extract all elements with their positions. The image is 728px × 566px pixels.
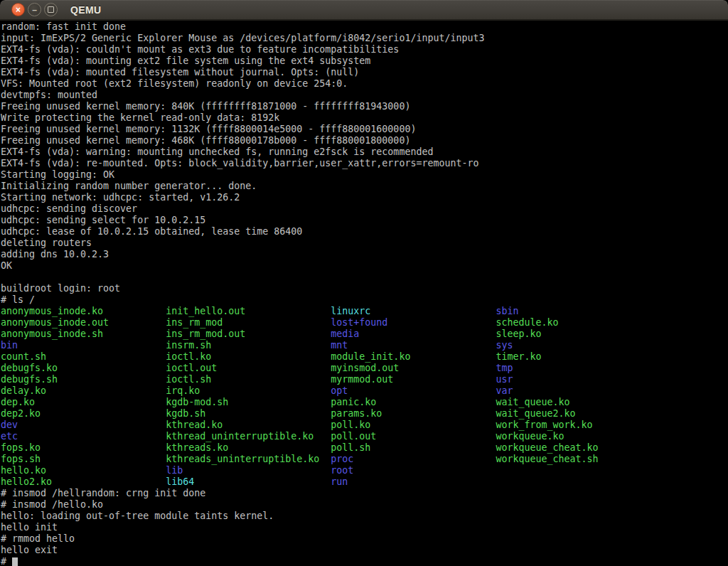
terminal-line: hello init <box>1 522 728 533</box>
terminal-line: fops.shkthreads_uninterruptible.koprocwo… <box>1 454 728 465</box>
text-segment: adding dns 10.0.2.3 <box>1 249 109 260</box>
file-name: init_hello.out <box>166 306 331 317</box>
file-name: kthreads_uninterruptible.ko <box>166 454 331 465</box>
file-name: myrmmod.out <box>331 374 496 385</box>
file-name: etc <box>1 431 166 442</box>
file-name: usr <box>496 374 513 385</box>
file-name: module_init.ko <box>331 351 496 363</box>
file-name: debugfs.sh <box>1 374 166 385</box>
file-name: poll.ko <box>331 420 496 431</box>
text-segment: deleting routers <box>1 237 92 249</box>
terminal-line: EXT4-fs (vda): re-mounted. Opts: block_v… <box>1 158 728 169</box>
text-segment: EXT4-fs (vda): couldn't mount as ext3 du… <box>1 44 399 55</box>
file-name: poll.sh <box>331 442 496 454</box>
window-controls: × – <box>0 3 58 16</box>
terminal-line: anonymous_inode.outins_rm_modlost+founds… <box>1 317 728 329</box>
file-name: dev <box>1 420 166 431</box>
text-segment: random: fast init done <box>1 21 126 33</box>
terminal-screen[interactable]: random: fast init doneinput: ImExPS/2 Ge… <box>0 21 728 566</box>
terminal-line: anonymous_inode.koinit_hello.outlinuxrcs… <box>1 306 728 317</box>
file-name: wait_queue.ko <box>496 397 569 408</box>
maximize-button[interactable] <box>44 3 58 16</box>
file-name: work_from_work.ko <box>496 420 592 431</box>
file-name: anonymous_inode.ko <box>1 306 166 317</box>
terminal-line: VFS: Mounted root (ext2 filesystem) read… <box>1 78 728 90</box>
file-name: debugfs.ko <box>1 363 166 374</box>
file-name: poll.out <box>331 431 496 442</box>
text-segment: EXT4-fs (vda): re-mounted. Opts: block_v… <box>1 158 478 169</box>
minimize-button[interactable]: – <box>28 3 41 16</box>
terminal-line: EXT4-fs (vda): mounting ext2 file system… <box>1 55 728 67</box>
text-segment: udhcpc: sending select for 10.0.2.15 <box>1 215 205 226</box>
file-name: timer.ko <box>496 351 541 363</box>
file-name: ins_rm_mod.out <box>166 329 331 340</box>
text-segment: EXT4-fs (vda): mounting ext2 file system… <box>1 55 370 67</box>
terminal-line: count.shioctl.komodule_init.kotimer.ko <box>1 351 728 363</box>
terminal-line: Freeing unused kernel memory: 1132K (fff… <box>1 124 728 135</box>
file-name: kthreads.ko <box>166 442 331 454</box>
text-segment: buildroot login: root <box>1 283 120 294</box>
terminal-line: # <box>1 556 728 566</box>
terminal-line: input: ImExPS/2 Generic Explorer Mouse a… <box>1 33 728 44</box>
file-name: panic.ko <box>331 397 496 408</box>
text-segment: Freeing unused kernel memory: 468K (ffff… <box>1 135 410 146</box>
terminal-line: udhcpc: sending discover <box>1 203 728 215</box>
terminal-line: dep.kokgdb-mod.shpanic.kowait_queue.ko <box>1 397 728 408</box>
terminal-line: adding dns 10.0.2.3 <box>1 249 728 260</box>
terminal-line: # insmod /hello.ko <box>1 499 728 511</box>
terminal-line: OK <box>1 260 728 272</box>
file-name: workqueue_cheat.sh <box>496 454 598 465</box>
file-name: params.ko <box>331 408 496 420</box>
file-name: dep.ko <box>1 397 166 408</box>
file-name: media <box>331 329 496 340</box>
close-button[interactable]: × <box>11 3 25 16</box>
terminal-line: Freeing unused kernel memory: 840K (ffff… <box>1 101 728 112</box>
text-segment: devtmpfs: mounted <box>1 90 97 101</box>
terminal-line: Freeing unused kernel memory: 468K (ffff… <box>1 135 728 146</box>
terminal-line: buildroot login: root <box>1 283 728 294</box>
file-name: wait_queue2.ko <box>496 408 575 420</box>
terminal-line: random: fast init done <box>1 21 728 33</box>
terminal-line: udhcpc: sending select for 10.0.2.15 <box>1 215 728 226</box>
qemu-window: × – QEMU random: fast init doneinput: Im… <box>0 0 728 566</box>
terminal-line: devkthread.kopoll.kowork_from_work.ko <box>1 420 728 431</box>
text-segment: Freeing unused kernel memory: 1132K (fff… <box>1 124 416 135</box>
file-name: sys <box>496 340 513 351</box>
text-segment: hello init <box>1 522 58 533</box>
file-name: count.sh <box>1 351 166 363</box>
file-name: anonymous_inode.out <box>1 317 166 329</box>
file-name: myinsmod.out <box>331 363 496 374</box>
file-name: opt <box>331 385 496 397</box>
file-name: tmp <box>496 363 513 374</box>
file-name: anonymous_inode.sh <box>1 329 166 340</box>
text-segment: hello exit <box>1 545 58 556</box>
file-name: delay.ko <box>1 385 166 397</box>
terminal-line: deleting routers <box>1 237 728 249</box>
titlebar[interactable]: × – QEMU <box>0 0 728 21</box>
text-segment: hello: loading out-of-tree module taints… <box>1 511 274 522</box>
text-segment: VFS: Mounted root (ext2 filesystem) read… <box>1 78 348 90</box>
text-segment: # rmmod hello <box>1 533 75 545</box>
file-name: kthread_uninterruptible.ko <box>166 431 331 442</box>
text-segment: # <box>1 556 12 566</box>
terminal-line: delay.koirq.kooptvar <box>1 385 728 397</box>
file-name: ioctl.sh <box>166 374 331 385</box>
text-segment: udhcpc: lease of 10.0.2.15 obtained, lea… <box>1 226 302 237</box>
terminal-line: # insmod /hellrandom: crng init done <box>1 488 728 499</box>
terminal-line <box>1 272 728 283</box>
file-name: hello2.ko <box>1 476 166 488</box>
file-name: lib <box>166 465 331 476</box>
text-segment: # insmod /hello.ko <box>1 499 103 511</box>
file-name: sbin <box>496 306 518 317</box>
file-name: insrm.sh <box>166 340 331 351</box>
terminal-line: Starting network: udhcpc: started, v1.26… <box>1 192 728 203</box>
file-name: linuxrc <box>331 306 496 317</box>
close-icon: × <box>16 5 21 14</box>
file-name: root <box>331 465 353 476</box>
terminal-line: hello2.kolib64run <box>1 476 728 488</box>
text-segment: Starting logging: OK <box>1 169 114 181</box>
terminal-line: EXT4-fs (vda): couldn't mount as ext3 du… <box>1 44 728 55</box>
text-segment: EXT4-fs (vda): mounted filesystem withou… <box>1 67 359 78</box>
text-segment: OK <box>1 260 12 272</box>
file-name: dep2.ko <box>1 408 166 420</box>
